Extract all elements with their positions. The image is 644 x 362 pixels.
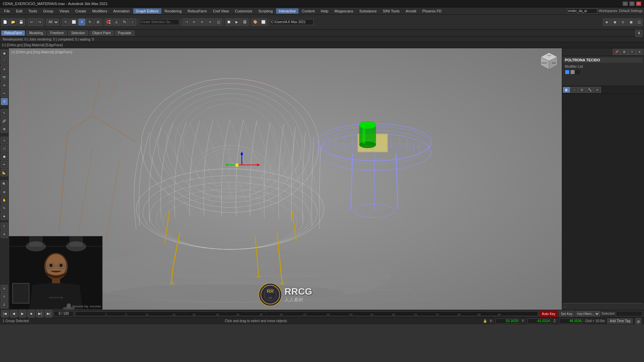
window-controls[interactable]: ─ □ ✕: [623, 1, 641, 6]
time-config-btn[interactable]: ⚙: [635, 318, 641, 324]
rp-icon-pin[interactable]: 📌: [613, 49, 620, 55]
ribbon-btn[interactable]: ◫: [215, 18, 222, 26]
field-of-view-btn[interactable]: ◈: [1, 213, 8, 220]
menu-phoenix[interactable]: Phoenix FD: [420, 8, 444, 14]
rp-tab-hierarchy[interactable]: ⊡: [578, 87, 586, 93]
link-info-btn[interactable]: 🔗: [1, 117, 8, 125]
tab-populate[interactable]: Populate: [115, 31, 134, 36]
y-btn[interactable]: Y: [1, 293, 8, 300]
timeline-track[interactable]: 0 5 10 15 20 25 30 35 40 45 50 55 60 65 …: [75, 311, 538, 316]
set-key-btn[interactable]: Set Key: [559, 311, 574, 317]
menu-content[interactable]: Content: [299, 8, 318, 14]
xform-btn[interactable]: X: [1, 285, 8, 292]
color-swatch-2[interactable]: [570, 70, 575, 74]
menu-megascans[interactable]: Megascans: [332, 8, 356, 14]
menu-graph-editors[interactable]: Graph Editors: [133, 8, 161, 14]
add-time-tag-btn[interactable]: Add Time Tag: [607, 318, 633, 323]
maximize-button[interactable]: □: [629, 1, 635, 6]
navcube[interactable]: TOP FRONT SIDE: [539, 51, 559, 71]
coord-z-input[interactable]: [559, 318, 583, 324]
bind-to-warp-btn[interactable]: ∿: [1, 137, 8, 144]
menu-rebusfarm[interactable]: RebusFarm: [185, 8, 209, 14]
layer-mgr-btn[interactable]: ≡: [207, 18, 214, 26]
menu-arnold[interactable]: Arnold: [403, 8, 419, 14]
menu-modifiers[interactable]: Modifiers: [90, 8, 110, 14]
rp-icon-close[interactable]: ✕: [636, 49, 643, 55]
flythrough-btn[interactable]: ✈: [1, 231, 8, 238]
frame-counter[interactable]: [54, 311, 74, 316]
close-button[interactable]: ✕: [636, 1, 641, 6]
lights-btn[interactable]: ☀: [1, 66, 8, 73]
rp-tab-motion[interactable]: ↔: [571, 87, 578, 93]
menu-interactive[interactable]: Interactive: [276, 8, 299, 14]
menu-edit[interactable]: Edit: [13, 8, 25, 14]
selection-filter[interactable]: All: [46, 19, 59, 25]
systems-btn[interactable]: ⚙: [1, 98, 8, 105]
angle-snap-btn[interactable]: ∠: [113, 18, 120, 26]
key-filters-select[interactable]: Key Filters...: [576, 311, 600, 316]
menu-animation[interactable]: Animation: [111, 8, 132, 14]
menu-customize[interactable]: Customize: [232, 8, 255, 14]
z-btn[interactable]: Z: [1, 301, 8, 308]
rp-icon-help[interactable]: ?: [628, 49, 636, 55]
display-floater-btn[interactable]: ◈: [603, 18, 610, 26]
measure-btn[interactable]: 📐: [1, 169, 8, 176]
selection-set-input[interactable]: [139, 19, 179, 25]
rp-tab-display[interactable]: ◧: [563, 87, 570, 93]
color-swatch-1[interactable]: [565, 70, 570, 74]
options-btn[interactable]: ⬇: [635, 29, 643, 37]
menu-substance[interactable]: Substance: [357, 8, 379, 14]
rp-tab-extra[interactable]: ≡: [594, 87, 601, 93]
render-frame-btn[interactable]: 🖼: [241, 18, 249, 26]
menu-tools[interactable]: Tools: [26, 8, 40, 14]
percent-snap-btn[interactable]: %: [121, 18, 128, 26]
menu-views[interactable]: Views: [57, 8, 72, 14]
align-btn[interactable]: ⊨: [191, 18, 198, 26]
helpers-btn[interactable]: ✛: [1, 82, 8, 89]
zoom-all-btn[interactable]: ⊕: [1, 188, 8, 196]
render-btn[interactable]: ▶: [233, 18, 240, 26]
spacewarps-btn[interactable]: 〜: [1, 90, 8, 97]
timeline-search[interactable]: [616, 311, 643, 316]
cameras-btn[interactable]: 📷: [1, 74, 8, 81]
open-btn[interactable]: 📂: [9, 18, 17, 26]
timeline-prev-frame-btn[interactable]: ◀: [10, 310, 17, 317]
select3-btn[interactable]: ◼: [1, 153, 8, 160]
display2-btn[interactable]: ◉: [611, 18, 619, 26]
timeline-go-start-btn[interactable]: |◀: [1, 310, 9, 317]
timeline-next-frame-btn[interactable]: ▶|: [36, 310, 44, 317]
tab-modeling[interactable]: Modeling: [26, 31, 46, 36]
display3-btn[interactable]: ⊙: [619, 18, 627, 26]
display4-btn[interactable]: ▣: [627, 18, 635, 26]
path-display[interactable]: [270, 19, 314, 25]
create-geometry-btn[interactable]: ◉: [1, 50, 8, 57]
new-scene-btn[interactable]: 📄: [1, 18, 9, 26]
zoom-btn[interactable]: 🔍: [1, 180, 8, 188]
tab-object-paint[interactable]: Object Paint: [90, 31, 114, 36]
menu-group[interactable]: Group: [40, 8, 56, 14]
menu-file[interactable]: File: [1, 8, 13, 14]
timeline-go-end-btn[interactable]: ▶|: [45, 310, 52, 317]
pan-btn[interactable]: ✋: [1, 196, 8, 204]
render-setup-btn[interactable]: 🔲: [225, 18, 232, 26]
quick-align-btn[interactable]: ⊨: [199, 18, 206, 26]
menu-civil-view[interactable]: Civil View: [210, 8, 231, 14]
unlink-btn[interactable]: ⊠: [1, 125, 8, 133]
tab-freeform[interactable]: Freeform: [47, 31, 67, 36]
paint-btn[interactable]: ✏: [1, 161, 8, 168]
select2-btn[interactable]: ◻: [1, 145, 8, 152]
snap-toggle-btn[interactable]: 🧲: [105, 18, 112, 26]
move-btn[interactable]: ✛: [78, 18, 86, 26]
select-region-btn[interactable]: ⬜: [70, 18, 77, 26]
orbit-btn[interactable]: ↻: [1, 204, 8, 212]
undo-btn[interactable]: ↩: [28, 18, 35, 26]
color-swatch-3[interactable]: [576, 70, 580, 74]
timeline-play-btn[interactable]: ▶: [19, 310, 26, 317]
auto-key-btn[interactable]: Auto Key: [539, 311, 558, 317]
redo-btn[interactable]: ↪: [36, 18, 43, 26]
rp-icon-settings[interactable]: ⚙: [621, 49, 628, 55]
mirror-btn[interactable]: ⊣: [182, 18, 190, 26]
tab-rebusfarm[interactable]: RebusFarm: [1, 31, 25, 36]
tab-selection[interactable]: Selection: [68, 31, 88, 36]
timeline-stop-btn[interactable]: ■: [28, 310, 35, 317]
